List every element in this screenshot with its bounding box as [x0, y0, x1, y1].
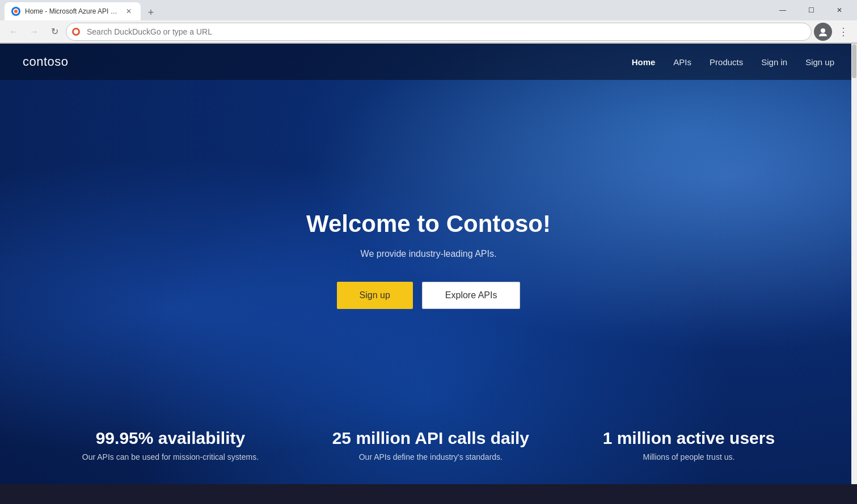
site-logo: contoso	[23, 54, 69, 69]
tab-title: Home - Microsoft Azure API Mar	[25, 7, 119, 15]
profile-button[interactable]	[814, 23, 832, 41]
browser-menu-button[interactable]: ⋮	[834, 23, 852, 41]
svg-point-2	[821, 28, 825, 33]
minimize-button[interactable]: —	[770, 1, 796, 19]
browser-chrome: Home - Microsoft Azure API Mar ✕ + — ☐ ✕…	[0, 0, 857, 44]
hero-title: Welcome to Contoso!	[306, 210, 551, 238]
tab-favicon	[11, 7, 20, 16]
nav-link-products[interactable]: Products	[710, 57, 743, 67]
hero-buttons: Sign up Explore APIs	[337, 282, 521, 309]
stat-value-api-calls: 25 million API calls daily	[332, 429, 529, 448]
nav-link-apis[interactable]: APIs	[673, 57, 691, 67]
stat-desc-availability: Our APIs can be used for mission-critica…	[82, 452, 259, 461]
browser-toolbar: ← → ↻ ⋮	[0, 20, 857, 43]
nav-link-signup[interactable]: Sign up	[805, 57, 834, 67]
forward-button[interactable]: →	[25, 23, 43, 41]
nav-link-home[interactable]: Home	[632, 57, 656, 67]
window-controls: — ☐ ✕	[770, 1, 852, 19]
stat-item-api-calls: 25 million API calls daily Our APIs defi…	[332, 429, 529, 461]
browser-tab-active[interactable]: Home - Microsoft Azure API Mar ✕	[5, 2, 141, 20]
stat-item-availability: 99.95% availability Our APIs can be used…	[82, 429, 259, 461]
explore-apis-button[interactable]: Explore APIs	[422, 282, 521, 309]
close-button[interactable]: ✕	[826, 1, 852, 19]
back-button[interactable]: ←	[5, 23, 23, 41]
scrollbar[interactable]	[851, 44, 857, 484]
hero-section: contoso Home APIs Products Sign in Sign …	[0, 44, 857, 484]
site-nav: contoso Home APIs Products Sign in Sign …	[0, 44, 857, 80]
address-input[interactable]	[66, 23, 812, 41]
address-bar-wrapper	[66, 23, 812, 41]
stat-desc-api-calls: Our APIs define the industry's standards…	[332, 452, 529, 461]
stats-section: 99.95% availability Our APIs can be used…	[0, 406, 857, 484]
nav-link-signin[interactable]: Sign in	[761, 57, 787, 67]
refresh-button[interactable]: ↻	[45, 23, 64, 41]
scrollbar-thumb[interactable]	[852, 44, 856, 78]
nav-links: Home APIs Products Sign in Sign up	[632, 57, 834, 67]
new-tab-button[interactable]: +	[143, 5, 159, 20]
title-bar: Home - Microsoft Azure API Mar ✕ + — ☐ ✕	[0, 0, 857, 20]
hero-subtitle: We provide industry-leading APIs.	[361, 249, 497, 259]
signup-button[interactable]: Sign up	[337, 282, 413, 309]
website-content: contoso Home APIs Products Sign in Sign …	[0, 44, 857, 484]
svg-point-1	[74, 29, 78, 34]
stat-value-users: 1 million active users	[603, 429, 775, 448]
tab-close-button[interactable]: ✕	[124, 6, 134, 16]
maximize-button[interactable]: ☐	[798, 1, 824, 19]
stat-desc-users: Millions of people trust us.	[603, 452, 775, 461]
stat-value-availability: 99.95% availability	[82, 429, 259, 448]
stat-item-users: 1 million active users Millions of peopl…	[603, 429, 775, 461]
duckduckgo-icon	[71, 27, 81, 36]
